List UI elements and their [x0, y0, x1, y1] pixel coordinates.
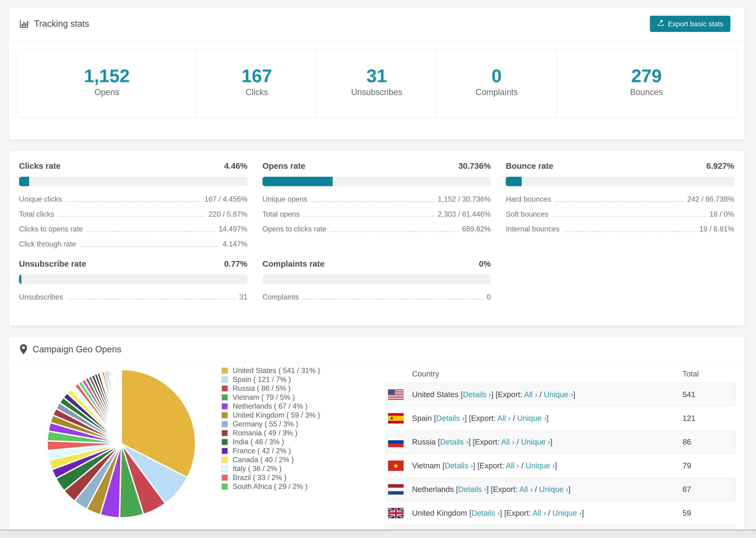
dotted-leader — [330, 231, 458, 232]
legend-label: France ( 42 / 2% ) — [233, 447, 291, 455]
rate-row: Opens to clicks rate689.82% — [262, 222, 491, 237]
export-all-link[interactable]: All › — [501, 438, 514, 446]
country-column-header: Country — [412, 369, 439, 378]
legend-label: Spain ( 121 / 7% ) — [233, 375, 291, 384]
dotted-leader — [66, 201, 201, 202]
details-link[interactable]: Details › — [445, 461, 473, 470]
complaints-rate-title: Complaints rate — [262, 259, 325, 269]
details-link[interactable]: Details › — [436, 414, 465, 422]
legend-swatch — [221, 421, 228, 427]
legend-item: Canada ( 40 / 2% ) — [221, 456, 367, 464]
export-unique-link[interactable]: Unique › — [553, 509, 582, 517]
legend-label: United Kingdom ( 59 / 3% ) — [233, 411, 320, 419]
total-column-header: Total — [682, 369, 736, 378]
rate-panel-opens: Opens rate 30.736% Unique opens1,152 / 3… — [262, 161, 491, 252]
unsubscribes-count: 31 — [317, 67, 437, 85]
stat-bounces: 279 Bounces — [557, 49, 736, 117]
opens-rate-value: 30.736% — [458, 161, 491, 171]
geo-pie-chart — [44, 366, 199, 522]
rate-row-value: 31 — [239, 293, 247, 301]
legend-item: United States ( 541 / 31% ) — [221, 366, 367, 375]
opens-count: 1,152 — [17, 67, 197, 85]
country-total: 67 — [682, 485, 736, 494]
rate-row-label: Unique opens — [262, 195, 307, 203]
export-all-link[interactable]: All › — [519, 485, 533, 494]
legend-label: Netherlands ( 67 / 4% ) — [233, 402, 307, 410]
rate-row-value: 19 / 6.81% — [699, 225, 734, 233]
legend-label: Brazil ( 33 / 2% ) — [233, 473, 287, 482]
rate-row: Clicks to opens rate14.497% — [19, 222, 247, 237]
rate-row-label: Unsubscribes — [19, 293, 63, 301]
details-link[interactable]: Details › — [458, 485, 486, 494]
tracking-stats-title-wrap: Tracking stats — [19, 19, 89, 29]
export-unique-link[interactable]: Unique › — [539, 485, 568, 494]
stat-opens: 1,152 Opens — [17, 49, 197, 117]
rate-row: Click through rate4.147% — [19, 237, 247, 252]
rate-row: Soft bounces18 / 0% — [506, 207, 734, 222]
table-row: United States [Details ›] [Export: All ›… — [385, 383, 736, 406]
export-unique-link[interactable]: Unique › — [544, 390, 573, 399]
dotted-leader — [80, 246, 219, 247]
bar-chart-icon — [19, 19, 29, 29]
dotted-leader — [67, 299, 236, 299]
export-unique-link[interactable]: Unique › — [517, 414, 547, 422]
rate-row-label: Unique clicks — [19, 195, 62, 203]
export-all-link[interactable]: All › — [506, 461, 519, 470]
legend-item: Germany ( 55 / 3% ) — [221, 420, 367, 429]
details-link[interactable]: Details › — [463, 390, 491, 399]
rate-row-label: Total clicks — [19, 210, 54, 219]
unsubscribe-rate-value: 0.77% — [224, 259, 247, 269]
complaints-rate-value: 0% — [479, 259, 491, 269]
flag-gb — [388, 508, 404, 518]
tracking-stats-card: Tracking stats Export basic stats 1,152 … — [9, 7, 745, 140]
rate-row-value: 2,303 / 61.446% — [438, 210, 491, 219]
legend-item: Brazil ( 33 / 2% ) — [221, 473, 367, 482]
flag-es — [388, 413, 404, 423]
rate-row-value: 1,152 / 30.736% — [438, 195, 491, 203]
country-name: United Kingdom — [412, 509, 467, 517]
rate-row: Unique opens1,152 / 30.736% — [262, 192, 491, 207]
rate-row-value: 167 / 4.456% — [204, 195, 247, 203]
legend-item: United Kingdom ( 59 / 3% ) — [221, 411, 367, 420]
dotted-leader — [87, 231, 215, 232]
dotted-leader — [303, 299, 483, 299]
export-all-link[interactable]: All › — [533, 509, 546, 517]
flag-nl — [388, 484, 404, 495]
legend-label: Canada ( 40 / 2% ) — [233, 456, 294, 464]
table-row: Vietnam [Details ›] [Export: All › / Uni… — [385, 454, 736, 477]
legend-swatch — [221, 474, 228, 481]
legend-item: France ( 42 / 2% ) — [221, 447, 367, 456]
stat-unsubscribes: 31 Unsubscribes — [317, 49, 437, 117]
opens-rate-bar — [262, 177, 491, 186]
rate-row: Total opens2,303 / 61.446% — [262, 207, 491, 222]
complaints-rate-bar — [262, 275, 491, 284]
export-basic-stats-button[interactable]: Export basic stats — [650, 16, 730, 32]
legend-label: Vietnam ( 79 / 5% ) — [233, 393, 295, 402]
rate-row-label: Total opens — [262, 210, 300, 219]
map-pin-icon — [19, 344, 28, 355]
rate-row-label: Clicks to opens rate — [19, 225, 83, 233]
legend-swatch — [221, 385, 228, 392]
legend-swatch — [221, 412, 228, 418]
dotted-leader — [564, 231, 696, 232]
rate-row-label: Opens to clicks rate — [262, 225, 326, 233]
export-icon — [657, 19, 665, 28]
details-link[interactable]: Details › — [471, 509, 500, 517]
bottom-band — [0, 529, 756, 538]
legend-item: Romania ( 49 / 3% ) — [221, 429, 367, 438]
table-row: Spain [Details ›] [Export: All › / Uniqu… — [385, 406, 736, 430]
rate-row-label: Hard bounces — [506, 195, 551, 203]
geo-table-header: Country Total — [385, 369, 736, 383]
dotted-leader — [552, 216, 706, 217]
details-link[interactable]: Details › — [440, 438, 468, 446]
rate-row-label: Complaints — [262, 293, 299, 301]
export-unique-link[interactable]: Unique › — [521, 438, 550, 446]
clicks-rate-value: 4.46% — [224, 161, 247, 171]
rate-row-value: 220 / 5.87% — [208, 210, 247, 219]
rate-row-label: Click through rate — [19, 240, 76, 248]
rate-row-value: 14.497% — [219, 225, 247, 233]
export-all-link[interactable]: All › — [497, 414, 511, 422]
legend-label: Germany ( 55 / 3% ) — [233, 420, 298, 428]
export-all-link[interactable]: All › — [524, 390, 537, 399]
export-unique-link[interactable]: Unique › — [526, 461, 555, 470]
